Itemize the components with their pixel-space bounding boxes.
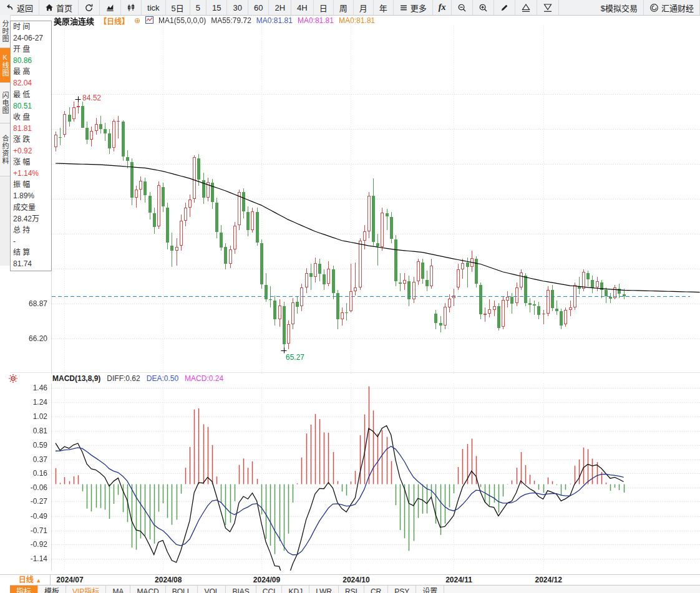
strip-tab-contract[interactable]: 合约资料	[0, 123, 10, 176]
trading-app-window: 返回首页tick5日51530602H4H日周月年更多fx$模拟交易汇通财经 分…	[0, 0, 700, 593]
info-row-value: 24-06-27	[11, 32, 51, 44]
info-row-label: 成交量	[11, 202, 51, 213]
macd-dea-value: DEA:0.50	[147, 374, 178, 383]
macd-axis-label: -0.49	[0, 512, 47, 521]
top-toolbar: 返回首页tick5日51530602H4H日周月年更多fx$模拟交易汇通财经	[0, 0, 700, 16]
macd-axis-label: -0.92	[0, 540, 47, 549]
zoomout-icon	[457, 3, 467, 12]
period-selector[interactable]: 日线 ▲	[10, 575, 51, 586]
info-row-label: 时 间	[11, 21, 51, 32]
info-row-value: 82.04	[11, 77, 51, 89]
fx678-logo-button[interactable]: 汇通财经	[644, 0, 700, 15]
more-button[interactable]: 更多	[394, 0, 433, 15]
period-week-button[interactable]: 周	[334, 0, 354, 15]
macd-axis-label: 0.59	[0, 441, 47, 450]
more-icon	[399, 4, 408, 12]
tick-button[interactable]: tick	[142, 0, 166, 15]
period-2h-button[interactable]: 2H	[269, 0, 291, 15]
triangle-up-button[interactable]	[515, 0, 537, 15]
indicator-tab-bias[interactable]: BIAS	[226, 586, 256, 593]
home-icon	[45, 3, 54, 12]
refresh-button[interactable]	[79, 0, 100, 15]
period-month-button[interactable]: 月	[354, 0, 374, 15]
macd-axis-label: 0.16	[0, 469, 47, 478]
period-30m-button[interactable]: 30	[227, 0, 248, 15]
date-axis-label: 2024/08	[155, 576, 182, 584]
indicator-tab-vip指标[interactable]: VIP指标	[66, 586, 106, 593]
zoom-in-button[interactable]	[473, 0, 494, 15]
circle-plus-icon[interactable]: ⊕	[134, 16, 140, 25]
macd-chart[interactable]	[51, 383, 700, 571]
toolbar-item-label: $模拟交易	[601, 2, 638, 14]
timeline-chart-button[interactable]	[100, 0, 121, 15]
info-row-value: +1.14%	[11, 168, 51, 179]
chevron-up-icon: ▲	[36, 577, 41, 584]
indicator-tab-设置[interactable]: 设置	[416, 586, 444, 593]
info-row-value: 81.74	[11, 258, 51, 269]
indicator-tab-vol[interactable]: VOL	[198, 586, 226, 593]
macd-axis-label: 0.37	[0, 455, 47, 464]
info-row-label: 总 持	[11, 224, 51, 236]
refresh-icon	[84, 3, 94, 12]
toolbar-item-label: 月	[359, 2, 367, 14]
period-60m-button[interactable]: 60	[248, 0, 269, 15]
period-15m-button[interactable]: 15	[207, 0, 227, 15]
strip-tab-timeline[interactable]: 分时图	[0, 15, 10, 48]
period-4h-button[interactable]: 4H	[291, 0, 314, 15]
strip-tab-kline[interactable]: K线图	[0, 48, 10, 83]
toolbar-item-label: 60	[254, 3, 263, 12]
main-kline-chart[interactable]	[51, 25, 700, 374]
indicator-alarm-icon[interactable]	[8, 374, 18, 383]
indicator-tab-rsi[interactable]: RSI	[339, 586, 364, 593]
info-row-label: 开 盘	[11, 44, 51, 55]
indicator-tab-指标[interactable]: 指标	[10, 586, 38, 593]
toolbar-item-label: 年	[379, 2, 387, 14]
date-axis-label: 2024/11	[445, 576, 472, 584]
period-day-button[interactable]: 日	[314, 0, 334, 15]
toolbar-item-label: 首页	[56, 2, 72, 14]
chart-type-sidebar: 分时图K线图闪电图合约资料	[0, 15, 11, 266]
strip-tab-flash[interactable]: 闪电图	[0, 83, 10, 123]
info-row-value: 80.51	[11, 100, 51, 112]
period-year-button[interactable]: 年	[374, 0, 394, 15]
info-row-value: +0.92	[11, 145, 51, 157]
triangle-down-button[interactable]	[537, 0, 559, 15]
draw-button[interactable]	[494, 0, 515, 15]
toolbar-item-label: 汇通财经	[661, 2, 694, 14]
indicator-tab-lwr[interactable]: LWR	[309, 586, 339, 593]
ma55-value: MA55:79.72	[211, 16, 251, 25]
sim-trading-button[interactable]: $模拟交易	[595, 0, 644, 15]
back-button[interactable]: 返回	[0, 0, 39, 15]
macd-diff-value: DIFF:0.62	[107, 374, 140, 383]
period-5d-button[interactable]: 5日	[166, 0, 190, 15]
indicator-tab-psy[interactable]: PSY	[388, 586, 416, 593]
period-5m-button[interactable]: 5	[190, 0, 207, 15]
triup-icon	[521, 2, 531, 12]
indicator-tab-cr[interactable]: CR	[364, 586, 388, 593]
price-axis-label: 66.20	[0, 334, 47, 343]
kline-chart-button[interactable]	[121, 0, 142, 15]
home-button[interactable]: 首页	[39, 0, 79, 15]
info-row-label: 最 高	[11, 66, 51, 77]
mini-chart-icon	[145, 16, 153, 26]
info-row-value: 28.42万	[11, 213, 51, 224]
indicator-tab-boll[interactable]: BOLL	[166, 586, 198, 593]
fx-indicator-button[interactable]: fx	[433, 0, 452, 15]
pencil-icon	[500, 3, 509, 12]
period-tag: 【日线】	[99, 16, 129, 26]
quote-info-panel: 时 间24-06-27开 盘80.86最 高82.04最 低80.51收 盘81…	[10, 21, 52, 271]
zoom-out-button[interactable]	[452, 0, 473, 15]
indicator-tab-模板[interactable]: 模板	[38, 586, 66, 593]
indicator-tab-macd[interactable]: MACD	[130, 586, 165, 593]
macd-axis-label: 1.46	[0, 383, 47, 392]
info-row-value: -	[11, 236, 51, 247]
info-row-value: 80.86	[11, 55, 51, 66]
indicator-tab-ma[interactable]: MA	[106, 586, 130, 593]
ma0-value-blue: MA0:81.81	[256, 16, 293, 25]
indicator-tab-kdj[interactable]: KDJ	[282, 586, 309, 593]
indicator-tab-cci[interactable]: CCI	[256, 586, 283, 593]
toolbar-item-label: 日	[319, 2, 328, 14]
toolbar-item-label: 更多	[411, 2, 427, 14]
info-row-label: 最 低	[11, 89, 51, 100]
macd-axis-label: 1.02	[0, 412, 47, 421]
